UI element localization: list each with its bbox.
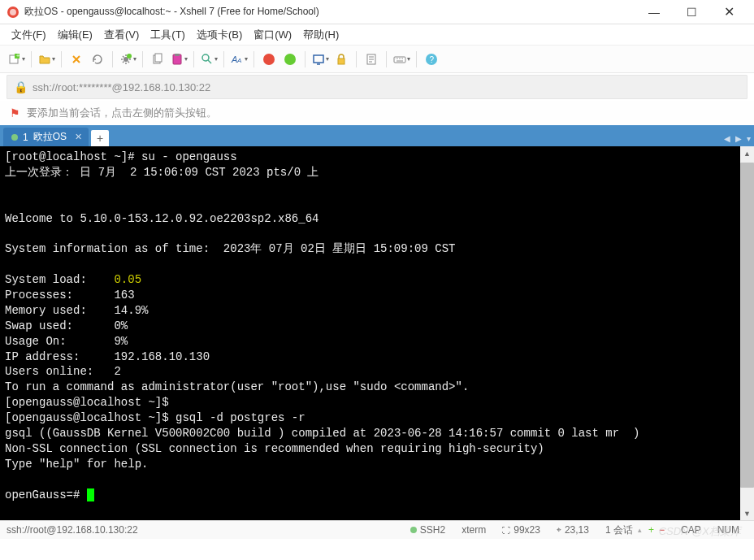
- open-session-icon[interactable]: ▾: [37, 50, 56, 69]
- scroll-down-icon[interactable]: ▼: [740, 506, 754, 520]
- svg-point-14: [284, 54, 296, 65]
- menu-window[interactable]: 窗口(W): [254, 28, 292, 42]
- tab-bar: 1 欧拉OS ✕ + ◀ ▶ ▾: [0, 125, 754, 146]
- paste-icon[interactable]: ▾: [169, 50, 188, 69]
- tab-nav: ◀ ▶ ▾: [724, 134, 751, 143]
- log-icon[interactable]: [362, 50, 381, 69]
- svg-point-5: [127, 54, 132, 59]
- app-icon: [6, 6, 20, 19]
- tab-prev-icon[interactable]: ◀: [724, 134, 730, 143]
- prompt: [opengauss@localhost ~]$: [5, 396, 169, 409]
- scroll-up-icon[interactable]: ▲: [740, 146, 754, 160]
- svg-rect-7: [155, 54, 162, 62]
- menu-edit[interactable]: 编辑(E): [58, 28, 93, 42]
- address-text: ssh://root:********@192.168.10.130:22: [32, 81, 210, 93]
- tab-label: 欧拉OS: [33, 130, 67, 144]
- ssh-status-icon: [410, 527, 417, 533]
- terminal-line: Non-SSL connection (SSL connection is re…: [5, 442, 544, 455]
- svg-text:+: +: [16, 53, 20, 59]
- properties-icon[interactable]: ▾: [118, 50, 137, 69]
- terminal-line: To run a command as administrator(user "…: [5, 380, 469, 393]
- svg-text:?: ?: [430, 55, 435, 64]
- hint-text: 要添加当前会话，点击左侧的箭头按钮。: [27, 106, 217, 120]
- scrollbar-thumb[interactable]: [740, 163, 754, 488]
- screen-icon[interactable]: ▾: [310, 50, 330, 69]
- status-ssh: SSH2: [402, 524, 453, 536]
- close-button[interactable]: ✕: [710, 0, 748, 24]
- tab-index: 1: [23, 132, 28, 143]
- maximize-button[interactable]: ☐: [673, 0, 710, 24]
- gsql-prompt: openGauss=#: [5, 488, 87, 501]
- terminal[interactable]: [root@localhost ~]# su - opengauss 上一次登录…: [0, 146, 754, 520]
- ssl-lock-icon: 🔒: [14, 80, 28, 93]
- copy-icon[interactable]: [148, 50, 167, 69]
- svg-point-13: [263, 54, 275, 65]
- menu-tab[interactable]: 选项卡(B): [197, 28, 242, 42]
- find-icon[interactable]: ▾: [199, 50, 219, 69]
- font-icon[interactable]: AA▾: [229, 50, 249, 69]
- terminal-line: Welcome to 5.10.0-153.12.0.92.oe2203sp2.…: [5, 212, 318, 225]
- flag-icon: ⚑: [10, 106, 20, 119]
- terminal-container: [root@localhost ~]# su - opengauss 上一次登录…: [0, 146, 754, 520]
- system-load-value: 0.05: [114, 273, 141, 286]
- svg-rect-16: [338, 59, 344, 64]
- svg-text:A: A: [236, 57, 241, 64]
- tab-close-icon[interactable]: ✕: [75, 132, 82, 142]
- terminal-line: Memory used: 14.9%: [5, 304, 148, 317]
- keyboard-icon[interactable]: ▾: [392, 50, 411, 69]
- command: su - opengauss: [141, 150, 237, 163]
- terminal-line: Processes: 163: [5, 289, 135, 302]
- status-num: NUM: [709, 524, 748, 536]
- svg-rect-15: [314, 55, 323, 63]
- status-term: xterm: [453, 524, 494, 536]
- prompt: [root@localhost ~]#: [5, 150, 141, 163]
- status-connection: ssh://root@192.168.10.130:22: [6, 524, 138, 536]
- status-cap: CAP: [673, 524, 709, 536]
- terminal-line: System information as of time: 2023年 07月…: [5, 242, 455, 255]
- vertical-scrollbar[interactable]: ▲ ▼: [740, 146, 754, 520]
- hint-bar: ⚑ 要添加当前会话，点击左侧的箭头按钮。: [0, 101, 754, 125]
- status-sessions[interactable]: 1 会话▴+−: [597, 523, 673, 537]
- prompt: [opengauss@localhost ~]$: [5, 411, 176, 424]
- window-titlebar: 欧拉OS - opengauss@localhost:~ - Xshell 7 …: [0, 0, 754, 24]
- tab-menu-icon[interactable]: ▾: [747, 134, 751, 143]
- menubar: 文件(F) 编辑(E) 查看(V) 工具(T) 选项卡(B) 窗口(W) 帮助(…: [0, 24, 754, 46]
- terminal-line: gsql ((GaussDB Kernel V500R002C00 build …: [5, 427, 639, 440]
- command: gsql -d postgres -r: [176, 411, 306, 424]
- xftp-icon[interactable]: [280, 50, 300, 69]
- terminal-line: Type "help" for help.: [5, 458, 148, 471]
- new-tab-button[interactable]: +: [91, 130, 109, 146]
- xshell-icon[interactable]: [259, 50, 279, 69]
- status-bar: ssh://root@192.168.10.130:22 SSH2 xterm …: [0, 520, 754, 539]
- menu-file[interactable]: 文件(F): [11, 28, 46, 42]
- help-icon[interactable]: ?: [422, 50, 441, 69]
- reconnect-icon[interactable]: [88, 50, 107, 69]
- address-bar[interactable]: 🔒 ssh://root:********@192.168.10.130:22: [6, 75, 748, 99]
- cursor: [87, 488, 94, 501]
- terminal-line: Users online: 2: [5, 365, 121, 378]
- window-controls: — ☐ ✕: [635, 0, 748, 24]
- menu-view[interactable]: 查看(V): [104, 28, 139, 42]
- terminal-line: 上一次登录： 日 7月 2 15:06:09 CST 2023 pts/0 上: [5, 166, 318, 179]
- minimize-button[interactable]: —: [635, 0, 673, 24]
- toolbar: +▾ ▾ ▾ ▾ ▾ AA▾ ▾ ▾ ?: [0, 46, 754, 73]
- window-title: 欧拉OS - opengauss@localhost:~ - Xshell 7 …: [24, 5, 635, 19]
- status-pos: ⌖ 23,13: [548, 524, 597, 536]
- svg-rect-9: [175, 54, 180, 56]
- new-session-icon[interactable]: +▾: [6, 50, 26, 69]
- disconnect-icon[interactable]: [67, 50, 86, 69]
- status-size: ⛶ 99x23: [494, 524, 548, 536]
- menu-help[interactable]: 帮助(H): [303, 28, 339, 42]
- svg-rect-18: [394, 57, 405, 63]
- lock-icon[interactable]: [332, 50, 351, 69]
- svg-point-10: [202, 54, 209, 61]
- session-tab[interactable]: 1 欧拉OS ✕: [3, 128, 89, 146]
- terminal-line: Usage On: 9%: [5, 335, 128, 348]
- connection-status-icon: [11, 134, 18, 141]
- terminal-line: IP address: 192.168.10.130: [5, 350, 210, 363]
- terminal-label: System load:: [5, 273, 114, 286]
- terminal-line: Swap used: 0%: [5, 319, 128, 332]
- menu-tools[interactable]: 工具(T): [150, 28, 185, 42]
- tab-next-icon[interactable]: ▶: [735, 134, 742, 143]
